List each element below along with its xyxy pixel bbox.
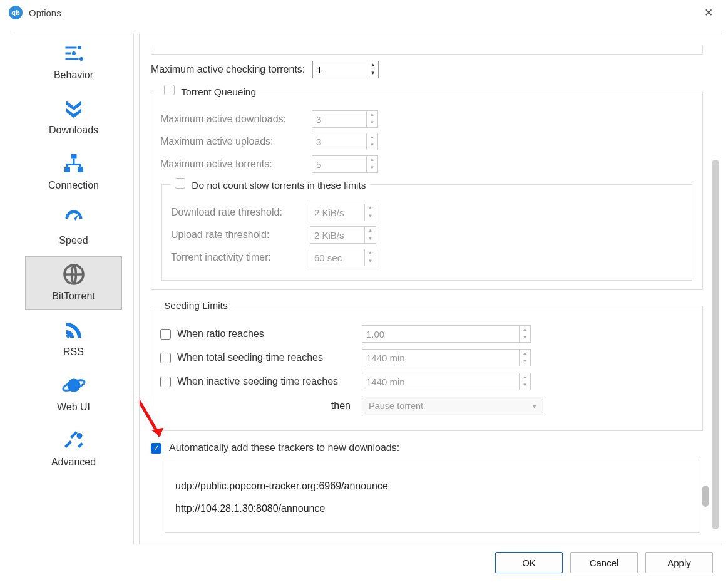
spin-up-icon[interactable]: ▲ <box>520 326 530 334</box>
panel-scrollbar[interactable] <box>712 160 719 529</box>
ok-button[interactable]: OK <box>495 552 563 573</box>
total-time-checkbox[interactable] <box>160 353 171 363</box>
sidebar-item-label: Downloads <box>49 125 98 136</box>
max-checking-spin[interactable]: ▲▼ <box>312 61 379 78</box>
spin-up-icon[interactable]: ▲ <box>365 227 376 235</box>
spin-down-icon[interactable]: ▼ <box>367 119 377 127</box>
ratio-spin[interactable]: ▲▼ <box>362 325 531 343</box>
inactivity-label: Torrent inactivity timer: <box>171 252 302 263</box>
inactivity-spin[interactable]: ▲▼ <box>310 249 376 266</box>
rss-icon <box>59 318 88 343</box>
then-action-value: Pause torrent <box>369 401 423 411</box>
textarea-scrollbar[interactable] <box>702 486 709 507</box>
titlebar: qb Options ✕ <box>0 0 728 25</box>
slow-torrents-checkbox[interactable] <box>175 178 185 189</box>
cancel-button[interactable]: Cancel <box>570 552 638 573</box>
max-torrents-input[interactable] <box>312 156 366 172</box>
spin-up-icon[interactable]: ▲ <box>520 350 530 358</box>
sidebar-item-connection[interactable]: Connection <box>14 145 133 200</box>
max-checking-input[interactable] <box>313 61 367 78</box>
max-torrents-label: Maximum active torrents: <box>160 158 304 170</box>
svg-rect-3 <box>71 154 76 159</box>
gauge-icon <box>59 206 88 231</box>
total-time-input[interactable] <box>362 350 519 366</box>
ratio-input[interactable] <box>362 326 519 342</box>
sidebar-item-label: Advanced <box>51 457 96 468</box>
window-title: Options <box>29 8 61 18</box>
sidebar-item-label: BitTorrent <box>52 291 95 302</box>
spin-down-icon[interactable]: ▼ <box>520 358 530 366</box>
inactive-time-label: When inactive seeding time reaches <box>177 376 338 387</box>
torrent-queueing-legend: Torrent Queueing <box>181 86 256 97</box>
sidebar-item-webui[interactable]: Web UI <box>14 366 133 422</box>
inactive-time-spin[interactable]: ▲▼ <box>362 373 531 390</box>
torrent-queueing-group: Torrent Queueing Maximum active download… <box>151 85 703 290</box>
inactive-time-checkbox[interactable] <box>160 377 171 387</box>
dl-threshold-label: Download rate threshold: <box>171 207 302 218</box>
ul-threshold-input[interactable] <box>310 227 364 243</box>
auto-trackers-checkbox[interactable] <box>151 443 161 454</box>
sidebar-item-advanced[interactable]: Advanced <box>14 422 133 477</box>
sidebar-item-label: Behavior <box>54 70 93 81</box>
spin-up-icon[interactable]: ▲ <box>367 156 377 164</box>
dl-threshold-input[interactable] <box>310 204 364 221</box>
auto-trackers-text: udp://public.popcorn-tracker.org:6969/an… <box>175 481 388 514</box>
max-downloads-input[interactable] <box>312 111 366 127</box>
chevrons-down-icon <box>59 96 88 121</box>
max-torrents-spin[interactable]: ▲▼ <box>312 155 378 173</box>
max-uploads-spin[interactable]: ▲▼ <box>312 133 378 150</box>
total-time-spin[interactable]: ▲▼ <box>362 349 531 366</box>
spin-up-icon[interactable]: ▲ <box>365 204 376 212</box>
spin-down-icon[interactable]: ▼ <box>365 212 376 221</box>
sidebar-item-label: Web UI <box>57 402 90 413</box>
sidebar-item-rss[interactable]: RSS <box>14 311 133 366</box>
max-uploads-input[interactable] <box>312 133 366 150</box>
spin-up-icon[interactable]: ▲ <box>365 249 376 257</box>
dialog-buttons: OK Cancel Apply <box>495 552 713 573</box>
ul-threshold-spin[interactable]: ▲▼ <box>310 226 376 244</box>
spin-down-icon[interactable]: ▼ <box>520 334 530 342</box>
svg-point-0 <box>78 46 81 49</box>
spin-down-icon[interactable]: ▼ <box>520 382 530 390</box>
network-icon <box>59 151 88 176</box>
sidebar-item-speed[interactable]: Speed <box>14 200 133 255</box>
spin-up-icon[interactable]: ▲ <box>367 61 378 70</box>
spin-up-icon[interactable]: ▲ <box>367 111 377 119</box>
svg-rect-5 <box>78 167 83 172</box>
apply-button[interactable]: Apply <box>645 552 713 573</box>
auto-trackers-textarea[interactable]: udp://public.popcorn-tracker.org:6969/an… <box>165 460 700 533</box>
total-time-label: When total seeding time reaches <box>177 352 323 363</box>
inactivity-input[interactable] <box>310 249 364 266</box>
max-downloads-spin[interactable]: ▲▼ <box>312 110 378 128</box>
planet-icon <box>59 373 88 398</box>
sidebar-item-behavior[interactable]: Behavior <box>14 34 133 90</box>
sidebar-item-label: Connection <box>48 180 99 191</box>
torrent-queueing-checkbox[interactable] <box>164 85 175 95</box>
spin-down-icon[interactable]: ▼ <box>367 142 377 150</box>
previous-group-bottom <box>151 46 703 55</box>
ul-threshold-label: Upload rate threshold: <box>171 229 302 241</box>
sidebar-item-downloads[interactable]: Downloads <box>14 90 133 145</box>
inactive-time-input[interactable] <box>362 373 519 390</box>
sidebar-item-label: RSS <box>63 346 84 358</box>
spin-down-icon[interactable]: ▼ <box>365 257 376 266</box>
auto-trackers-label: Automatically add these trackers to new … <box>169 442 399 454</box>
seeding-limits-group: Seeding Limits When ratio reaches ▲▼ <box>151 300 703 431</box>
seeding-limits-legend: Seeding Limits <box>160 300 232 311</box>
spin-down-icon[interactable]: ▼ <box>367 164 377 172</box>
sliders-icon <box>59 41 88 66</box>
dl-threshold-spin[interactable]: ▲▼ <box>310 204 376 221</box>
spin-down-icon[interactable]: ▼ <box>367 70 378 78</box>
max-uploads-label: Maximum active uploads: <box>160 136 304 147</box>
svg-point-2 <box>79 57 83 61</box>
app-icon: qb <box>9 6 23 19</box>
sidebar-item-bittorrent[interactable]: BitTorrent <box>25 256 122 310</box>
options-panel: Maximum active checking torrents: ▲▼ Tor… <box>139 34 722 544</box>
spin-up-icon[interactable]: ▲ <box>520 373 530 382</box>
svg-rect-4 <box>64 167 70 172</box>
then-action-select[interactable]: Pause torrent ▾ <box>362 397 543 415</box>
close-icon[interactable]: ✕ <box>698 3 719 23</box>
spin-down-icon[interactable]: ▼ <box>365 235 376 243</box>
ratio-checkbox[interactable] <box>160 329 171 340</box>
spin-up-icon[interactable]: ▲ <box>367 133 377 142</box>
